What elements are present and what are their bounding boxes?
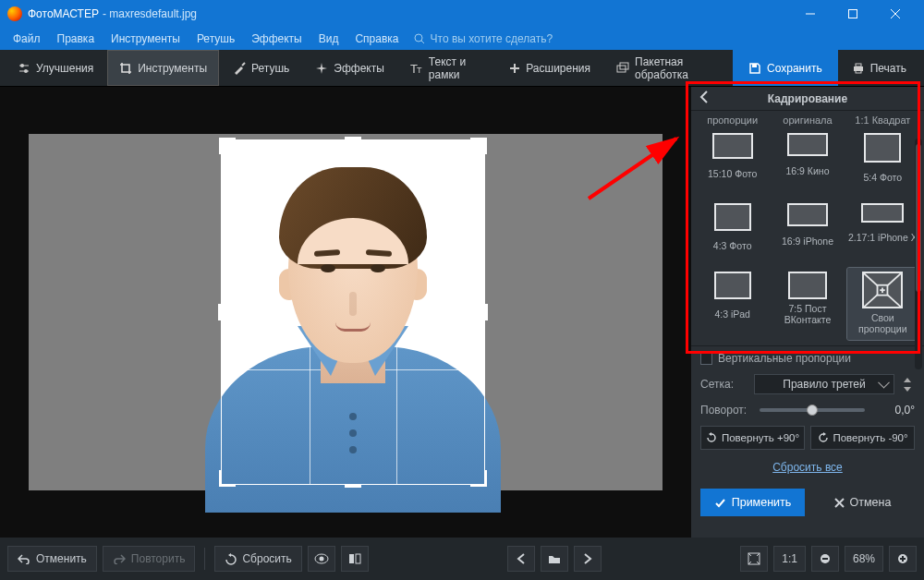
compare-button[interactable]	[341, 546, 369, 572]
tab-retouch[interactable]: Ретушь	[221, 50, 301, 86]
preset-label: 4:3 iPad	[714, 303, 750, 325]
menu-view[interactable]: Вид	[311, 30, 346, 47]
document-name: - maxresdefault.jpg	[103, 7, 197, 20]
crop-handle-right[interactable]	[484, 304, 488, 320]
crop-preset[interactable]: 5:4 Фото	[847, 129, 918, 194]
panel-back-button[interactable]	[699, 91, 710, 103]
crop-preset[interactable]: 2.17:1 iPhone X	[847, 199, 918, 262]
work-area: Кадрирование пропорции оригинала 1:1 Ква…	[0, 87, 924, 538]
crop-handle-top[interactable]	[345, 137, 361, 140]
zoom-out-button[interactable]	[811, 546, 839, 572]
tab-text-frames[interactable]: TT Текст и рамки	[398, 50, 495, 86]
panel-header: Кадрирование	[691, 87, 924, 111]
apply-button[interactable]: Применить	[700, 489, 805, 516]
grid-stepper[interactable]	[902, 376, 915, 393]
rotate-slider[interactable]	[760, 408, 865, 412]
folder-icon	[548, 553, 561, 564]
crop-preset[interactable]: 16:9 iPhone	[772, 199, 843, 262]
printer-icon	[852, 62, 865, 75]
crop-handle-left[interactable]	[218, 304, 222, 320]
fit-screen-button[interactable]	[740, 546, 768, 572]
preset-label: Свои пропорции	[847, 312, 918, 334]
tab-effects[interactable]: Эффекты	[303, 50, 396, 86]
eye-icon	[314, 553, 329, 564]
tab-extensions[interactable]: Расширения	[497, 50, 602, 86]
crop-handle-tl[interactable]	[219, 138, 236, 154]
sliders-icon	[18, 62, 30, 75]
tab-tools[interactable]: Инструменты	[107, 50, 219, 86]
crop-preset[interactable]: 15:10 Фото	[697, 129, 768, 194]
crop-preset[interactable]: 7:5 Пост ВКонтакте	[772, 268, 843, 340]
zoom-in-button[interactable]	[889, 546, 917, 572]
menu-help[interactable]: Справка	[347, 30, 406, 47]
menu-bar: Файл Правка Инструменты Ретушь Эффекты В…	[0, 28, 924, 50]
search-placeholder: Что вы хотите сделать?	[431, 32, 553, 45]
nav-prev-button[interactable]	[507, 546, 535, 572]
cancel-button[interactable]: Отмена	[810, 489, 915, 516]
compare-icon	[348, 552, 361, 565]
image-canvas[interactable]	[29, 134, 663, 490]
menu-retouch[interactable]: Ретушь	[189, 30, 242, 47]
sparkle-icon	[315, 62, 328, 75]
crop-handle-tr[interactable]	[470, 138, 487, 154]
preset-top-row: пропорции оригинала 1:1 Квадрат	[697, 115, 918, 129]
crop-panel: Кадрирование пропорции оригинала 1:1 Ква…	[691, 87, 924, 538]
menu-file[interactable]: Файл	[6, 30, 48, 47]
zoom-percent[interactable]: 68%	[845, 546, 883, 572]
search-icon	[414, 33, 425, 44]
undo-icon	[18, 553, 30, 564]
reset-button[interactable]: Сбросить	[214, 546, 301, 572]
preset-label: 5:4 Фото	[864, 166, 903, 188]
preset-label: 15:10 Фото	[708, 163, 757, 185]
tab-batch[interactable]: Пакетная обработка	[604, 50, 729, 86]
grid-select[interactable]: Правило третей	[754, 374, 894, 394]
menu-effects[interactable]: Эффекты	[244, 30, 310, 47]
vertical-proportions-checkbox[interactable]: Вертикальные пропорции	[700, 352, 915, 365]
tab-improvements[interactable]: Улучшения	[6, 50, 105, 86]
close-button[interactable]	[874, 0, 917, 28]
quick-search[interactable]: Что вы хотите сделать?	[414, 32, 553, 45]
crop-preset[interactable]: 4:3 Фото	[697, 199, 768, 262]
crop-icon	[119, 62, 132, 75]
window-controls	[789, 0, 917, 28]
crop-preset[interactable]: Свои пропорции	[847, 268, 918, 340]
menu-edit[interactable]: Правка	[50, 30, 103, 47]
preset-label: 7:5 Пост ВКонтакте	[772, 303, 843, 325]
rotate-left-icon	[817, 432, 829, 444]
text-icon: TT	[410, 62, 423, 75]
stack-icon	[616, 62, 629, 75]
x-icon	[834, 498, 845, 508]
reset-icon	[225, 553, 237, 565]
panel-controls: Вертикальные пропорции Сетка: Правило тр…	[691, 345, 924, 522]
save-button[interactable]: Сохранить	[733, 50, 838, 86]
print-button[interactable]: Печать	[840, 50, 918, 86]
rotate-plus-90-button[interactable]: Повернуть +90°	[700, 426, 805, 450]
main-toolbar: Улучшения Инструменты Ретушь Эффекты TT …	[0, 50, 924, 87]
svg-rect-1	[849, 10, 857, 18]
show-original-button[interactable]	[308, 546, 335, 572]
svg-line-10	[242, 63, 245, 66]
undo-button[interactable]: Отменить	[7, 546, 97, 572]
crop-preset[interactable]: 16:9 Кино	[772, 129, 843, 194]
svg-rect-30	[349, 554, 354, 563]
minimize-button[interactable]	[789, 0, 832, 28]
preset-label: 2.17:1 iPhone X	[848, 226, 918, 248]
maximize-button[interactable]	[832, 0, 874, 28]
brush-icon	[233, 62, 246, 75]
redo-button[interactable]: Повторить	[103, 546, 196, 572]
save-icon	[748, 62, 761, 75]
preset-label: 16:9 iPhone	[782, 230, 833, 252]
nav-browse-button[interactable]	[541, 546, 568, 572]
menu-tools[interactable]: Инструменты	[103, 30, 188, 47]
rotate-minus-90-button[interactable]: Повернуть -90°	[810, 426, 915, 450]
reset-all-link[interactable]: Сбросить все	[700, 461, 915, 474]
zoom-1to1-button[interactable]: 1:1	[773, 546, 806, 572]
crop-region[interactable]	[221, 139, 485, 485]
presets-scrollbar[interactable]	[915, 139, 922, 369]
checkbox-icon	[700, 353, 712, 365]
crop-preset[interactable]: 4:3 iPad	[697, 268, 768, 340]
nav-next-button[interactable]	[574, 546, 602, 572]
rotate-label: Поворот:	[700, 404, 752, 417]
svg-point-29	[319, 557, 323, 562]
redo-icon	[113, 553, 126, 564]
